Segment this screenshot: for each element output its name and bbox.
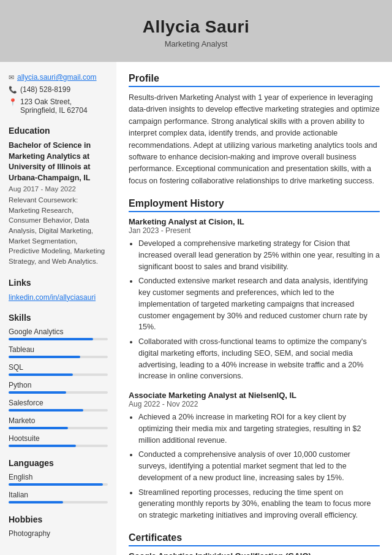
email-link[interactable]: allycia.sauri@gmail.com — [17, 73, 97, 82]
language-name: English — [9, 473, 108, 481]
lang-bar-fill — [9, 501, 63, 503]
skill-item: Marketo — [9, 416, 108, 429]
contact-address: 📍 123 Oak Street, Springfield, IL 62704 — [9, 98, 108, 115]
employment-section: Employment History Marketing Analyst at … — [129, 198, 380, 521]
skill-item: Tableau — [9, 345, 108, 358]
employment-title: Employment History — [129, 198, 380, 212]
skill-item: Hootsuite — [9, 434, 108, 447]
languages-title: Languages — [9, 458, 108, 468]
edu-dates: Aug 2017 - May 2022 — [9, 185, 108, 193]
header: Allycia Sauri Marketing Analyst — [0, 0, 392, 62]
languages-section: Languages English Italian — [9, 458, 108, 503]
skill-bar-bg — [9, 373, 108, 376]
skill-name: Salesforce — [9, 399, 108, 407]
skill-name: Marketo — [9, 416, 108, 425]
email-icon: ✉ — [9, 74, 14, 82]
skill-item: Salesforce — [9, 399, 108, 411]
lang-bar-bg — [9, 501, 108, 503]
profile-section: Profile Results-driven Marketing Analyst… — [129, 73, 380, 187]
job-title: Associate Marketing Analyst at NielsenIQ… — [129, 391, 380, 400]
address-value: 123 Oak Street, Springfield, IL 62704 — [20, 98, 108, 115]
job-bullets: Developed a comprehensive marketing stra… — [129, 238, 380, 382]
job-title: Marketing Analyst at Cision, IL — [129, 217, 380, 226]
skill-bar-bg — [9, 445, 108, 447]
certificates-section: Certificates Google Analytics Individual… — [129, 532, 380, 555]
jobs-list: Marketing Analyst at Cision, IL Jan 2023… — [129, 217, 380, 521]
certificates-title: Certificates — [129, 532, 380, 546]
contact-email: ✉ allycia.sauri@gmail.com — [9, 73, 108, 82]
sidebar: ✉ allycia.sauri@gmail.com 📞 (148) 528-81… — [0, 62, 116, 555]
skill-bar-fill — [9, 445, 76, 447]
education-section: Education Bachelor of Science in Marketi… — [9, 126, 108, 267]
language-item: Italian — [9, 491, 108, 503]
main-layout: ✉ allycia.sauri@gmail.com 📞 (148) 528-81… — [0, 62, 392, 555]
education-title: Education — [9, 126, 108, 136]
skill-bar-bg — [9, 391, 108, 394]
skill-bar-fill — [9, 373, 73, 376]
hobbies-title: Hobbies — [9, 515, 108, 524]
skill-bar-bg — [9, 338, 108, 340]
links-section: Links linkedin.com/in/allyciasauri — [9, 278, 108, 302]
skill-bar-bg — [9, 356, 108, 358]
edu-coursework: Relevant Coursework: Marketing Research,… — [9, 195, 108, 267]
cert-name: Google Analytics Individual Qualificatio… — [129, 551, 380, 555]
skill-name: SQL — [9, 363, 108, 372]
skill-item: Python — [9, 381, 108, 394]
job-item: Marketing Analyst at Cision, IL Jan 2023… — [129, 217, 380, 382]
links-title: Links — [9, 278, 108, 288]
skills-list: Google Analytics Tableau SQL Python Sale… — [9, 327, 108, 447]
skill-name: Python — [9, 381, 108, 389]
main-content: Profile Results-driven Marketing Analyst… — [116, 62, 392, 555]
profile-text: Results-driven Marketing Analyst with 1 … — [129, 92, 380, 187]
job-item: Associate Marketing Analyst at NielsenIQ… — [129, 391, 380, 521]
skill-bar-fill — [9, 356, 80, 358]
skill-item: Google Analytics — [9, 327, 108, 340]
job-bullet: Achieved a 20% increase in marketing ROI… — [138, 411, 380, 446]
skill-bar-fill — [9, 427, 68, 429]
job-dates: Jan 2023 - Present — [129, 226, 380, 235]
lang-bar-bg — [9, 483, 108, 486]
lang-bar-fill — [9, 483, 103, 486]
linkedin-link[interactable]: linkedin.com/in/allyciasauri — [9, 293, 96, 302]
skill-bar-fill — [9, 391, 66, 394]
location-icon: 📍 — [9, 98, 17, 106]
job-bullet: Conducted a comprehensive analysis of ov… — [138, 449, 380, 483]
skill-name: Tableau — [9, 345, 108, 354]
skill-item: SQL — [9, 363, 108, 376]
skills-title: Skills — [9, 313, 108, 323]
candidate-title: Marketing Analyst — [12, 39, 380, 48]
job-bullet: Conducted extensive market research and … — [138, 275, 380, 333]
skill-name: Hootsuite — [9, 434, 108, 443]
phone-icon: 📞 — [9, 86, 17, 94]
edu-degree: Bachelor of Science in Marketing Analyti… — [9, 140, 108, 183]
skill-bar-fill — [9, 338, 93, 340]
skill-bar-fill — [9, 409, 83, 411]
hobbies-section: Hobbies Photography — [9, 515, 108, 538]
job-dates: Aug 2022 - Nov 2022 — [129, 400, 380, 408]
languages-list: English Italian — [9, 473, 108, 503]
language-name: Italian — [9, 491, 108, 499]
job-bullet: Streamlined reporting processes, reducin… — [138, 487, 380, 521]
contact-section: ✉ allycia.sauri@gmail.com 📞 (148) 528-81… — [9, 73, 108, 115]
job-bullets: Achieved a 20% increase in marketing ROI… — [129, 411, 380, 521]
hobbies-list: Photography — [9, 529, 108, 538]
hobby-item: Photography — [9, 529, 108, 538]
language-item: English — [9, 473, 108, 486]
skill-bar-bg — [9, 409, 108, 411]
contact-phone: 📞 (148) 528-8199 — [9, 85, 108, 94]
skill-name: Google Analytics — [9, 327, 108, 336]
job-bullet: Collaborated with cross-functional teams… — [138, 336, 380, 382]
cert-item: Google Analytics Individual Qualificatio… — [129, 551, 380, 555]
candidate-name: Allycia Sauri — [12, 17, 380, 37]
skill-bar-bg — [9, 427, 108, 429]
phone-value: (148) 528-8199 — [20, 85, 70, 94]
certs-list: Google Analytics Individual Qualificatio… — [129, 551, 380, 555]
job-bullet: Developed a comprehensive marketing stra… — [138, 238, 380, 272]
profile-title: Profile — [129, 73, 380, 87]
skills-section: Skills Google Analytics Tableau SQL Pyth… — [9, 313, 108, 447]
